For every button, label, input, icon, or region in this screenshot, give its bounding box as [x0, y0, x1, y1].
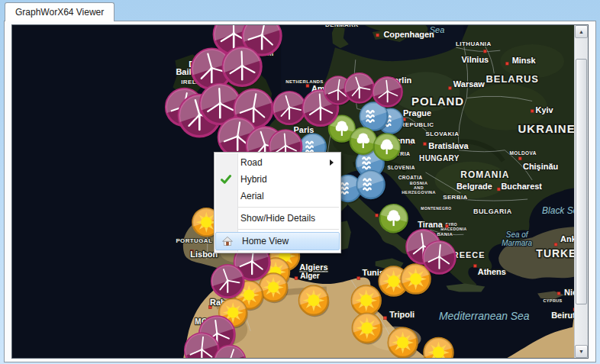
country-label: POLAND [411, 95, 464, 108]
sea-label: Black Sea [542, 205, 574, 216]
menu-item-label: Aerial [240, 191, 264, 201]
home-icon [221, 234, 234, 248]
city-label: Belgrade [456, 182, 492, 191]
city-marker [557, 292, 560, 295]
tab-title: GraphWorX64 Viewer [15, 7, 104, 18]
country-label: PORTUGAL [176, 237, 212, 244]
menu-item-show-hide-details[interactable]: Show/Hide Details [215, 210, 340, 227]
city-label: Beirut [551, 311, 574, 320]
menu-separator [238, 207, 339, 208]
vertical-scrollbar: ▲ ▼ [574, 25, 588, 358]
city-label: Prague [403, 108, 431, 118]
city-marker [376, 214, 379, 217]
city-marker [473, 264, 476, 267]
scrollbar-thumb[interactable] [576, 59, 587, 304]
city-label: Alger [300, 272, 320, 280]
city-marker [518, 157, 521, 160]
city-marker [554, 243, 557, 246]
country-label: MONTENEGRO [421, 206, 451, 211]
checkmark-icon [219, 172, 233, 186]
city-marker [357, 277, 360, 280]
city-marker [295, 277, 298, 280]
country-label: HERZEGOVINA [402, 190, 436, 195]
country-label: HUNGARY [419, 154, 460, 163]
sea-label: Marmara [502, 239, 532, 247]
country-label: BELARUS [485, 73, 539, 85]
menu-item-road[interactable]: Road [215, 154, 340, 171]
menu-item-label: Home View [242, 236, 289, 246]
city-label: Athens [478, 267, 506, 276]
menu-item-label: Hybrid [240, 174, 267, 185]
scroll-up-button[interactable]: ▲ [575, 25, 588, 38]
map-context-menu: RoadHybridAerialShow/Hide DetailsHome Vi… [214, 152, 341, 253]
city-label: Algiers [299, 263, 327, 272]
country-label: DENMARK [325, 25, 359, 28]
city-marker [483, 50, 486, 53]
city-label: Nicosia [564, 288, 574, 297]
menu-item-home-view[interactable]: Home View [215, 232, 340, 250]
country-label: MOLDOVA [509, 150, 536, 156]
city-marker [531, 110, 534, 113]
city-label: Tripoli [389, 310, 415, 319]
scroll-down-button[interactable]: ▼ [575, 345, 588, 358]
country-label: CROATIA [398, 175, 423, 180]
menu-item-aerial[interactable]: Aerial [215, 188, 340, 205]
tab-graphworx-viewer[interactable]: GraphWorX64 Viewer [5, 2, 115, 21]
city-label: Copenhagen [383, 30, 434, 39]
city-label: Vilnius [461, 55, 489, 64]
city-label: Chişinău [523, 162, 558, 171]
submenu-arrow-icon [330, 159, 334, 166]
city-label: Bucharest [501, 182, 542, 191]
city-marker [445, 224, 448, 227]
country-label: BULGARIA [473, 208, 512, 215]
city-marker [384, 317, 387, 320]
country-label: MACEDONIA [440, 227, 466, 231]
country-label: ROMANIA [460, 169, 509, 180]
city-marker [424, 143, 427, 146]
sea-label: Sea of [506, 230, 529, 239]
city-marker [497, 188, 500, 191]
city-label: Ankara [560, 234, 574, 243]
city-marker [448, 86, 451, 89]
country-label: LITHUANIA [456, 40, 492, 47]
city-label: Tirana [418, 220, 444, 229]
city-marker [505, 62, 508, 65]
country-label: UKRAINE [518, 122, 574, 135]
city-marker [376, 34, 379, 37]
country-label: SERBIA [443, 194, 468, 201]
menu-item-label: Road [240, 157, 263, 168]
country-label: TURKEY [536, 247, 574, 259]
country-label: SLOVAKIA [426, 130, 460, 137]
scrollbar-track[interactable] [575, 38, 588, 345]
city-label: Bratislava [428, 141, 469, 150]
menu-separator [238, 229, 339, 230]
city-label: Warsaw [453, 79, 485, 89]
city-label: Kyiv [536, 105, 554, 114]
country-label: CYPRUS [543, 298, 562, 303]
country-label: REPUBLIC [401, 121, 434, 128]
city-marker [306, 84, 309, 87]
city-label: Minsk [512, 56, 537, 65]
country-label: SLOVENIA [387, 165, 415, 170]
menu-item-label: Show/Hide Details [240, 213, 315, 224]
menu-item-hybrid[interactable]: Hybrid [215, 171, 340, 188]
sea-label: Mediterranean Sea [439, 310, 530, 322]
